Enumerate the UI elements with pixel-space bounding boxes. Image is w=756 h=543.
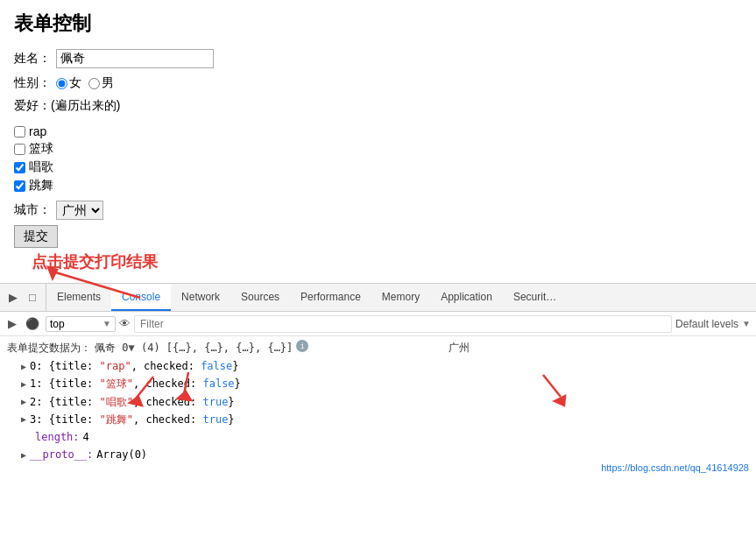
gender-female-text: 女 — [69, 75, 81, 91]
box-icon[interactable]: □ — [25, 290, 40, 306]
hobby-basketball-checkbox[interactable] — [14, 144, 25, 155]
gender-male-radio[interactable] — [88, 78, 100, 89]
filter-input[interactable] — [134, 315, 672, 333]
gender-group: 女 男 — [56, 75, 114, 91]
city-row: 城市： 广州 — [14, 201, 742, 220]
expand-1-icon[interactable]: ▶ — [21, 377, 26, 391]
hobby-header-row: 爱好：(遍历出来的) — [14, 98, 742, 117]
console-index: 0 — [122, 340, 128, 356]
name-input[interactable] — [56, 49, 214, 68]
array-item-2-text: 2: {title: "唱歌", checked: true} — [30, 394, 235, 411]
array-item-3: ▶ 3: {title: "跳舞", checked: true} — [21, 412, 749, 428]
console-city: 广州 — [449, 340, 470, 356]
default-levels-label: Default levels — [675, 318, 738, 330]
devtools-icons: ▶ □ — [0, 284, 46, 311]
tab-memory[interactable]: Memory — [371, 284, 430, 311]
proto-icon[interactable]: ▶ — [21, 448, 26, 462]
array-proto: ▶ __proto__: Array(0) — [21, 447, 749, 463]
hobby-basketball: 篮球 — [14, 141, 742, 157]
array-item-1: ▶ 1: {title: "篮球", checked: false} — [21, 376, 749, 392]
hobby-rap: rap — [14, 124, 742, 138]
array-item-3-text: 3: {title: "跳舞", checked: true} — [30, 412, 235, 428]
devtools-panel: ▶ □ Elements Console Network Sources Per… — [0, 283, 756, 476]
context-label: top — [50, 318, 65, 330]
proto-label: __proto__: — [30, 447, 93, 463]
eye-button[interactable]: 👁 — [119, 317, 131, 330]
hobby-rap-text: rap — [29, 124, 46, 138]
hobby-basketball-text: 篮球 — [29, 141, 53, 157]
tab-elements[interactable]: Elements — [46, 284, 111, 311]
cursor-icon[interactable]: ▶ — [5, 290, 21, 306]
tab-performance[interactable]: Performance — [290, 284, 371, 311]
city-label: 城市： — [14, 202, 51, 218]
gender-male-text: 男 — [102, 75, 114, 91]
submit-button[interactable]: 提交 — [14, 225, 58, 248]
gender-label: 性别： — [14, 75, 51, 91]
gender-row: 性别： 女 男 — [14, 75, 742, 91]
hobby-dancing-checkbox[interactable] — [14, 180, 25, 192]
length-label: length: — [35, 429, 80, 446]
console-main-line: 表单提交数据为： 佩奇 0 ▼ (4) [{…}, {…}, {…}, {…}]… — [7, 340, 749, 356]
console-dropdown[interactable]: ▼ — [128, 340, 134, 356]
console-name: 佩奇 — [95, 340, 122, 356]
tab-sources[interactable]: Sources — [230, 284, 290, 311]
gender-female-radio[interactable] — [56, 78, 67, 89]
context-selector[interactable]: top ▼ — [46, 316, 116, 332]
tab-security[interactable]: Securit… — [503, 284, 567, 311]
gender-female-label[interactable]: 女 — [56, 75, 81, 91]
array-item-2: ▶ 2: {title: "唱歌", checked: true} — [21, 394, 749, 411]
hobby-singing: 唱歌 — [14, 159, 742, 175]
devtools-tabs: ▶ □ Elements Console Network Sources Per… — [0, 284, 756, 312]
proto-value: Array(0) — [96, 447, 147, 463]
context-arrow: ▼ — [102, 319, 111, 328]
levels-arrow: ▼ — [742, 319, 751, 328]
page-title: 表单控制 — [14, 11, 742, 37]
arrow-text: 点击提交打印结果 — [32, 251, 742, 272]
info-icon[interactable]: i — [296, 340, 308, 352]
tab-network[interactable]: Network — [171, 284, 230, 311]
gender-male-label[interactable]: 男 — [88, 75, 114, 91]
block-button[interactable]: ⚫ — [23, 316, 42, 331]
hobby-singing-text: 唱歌 — [29, 159, 53, 175]
expand-0-icon[interactable]: ▶ — [21, 360, 26, 374]
tab-console[interactable]: Console — [111, 284, 171, 311]
name-row: 姓名： — [14, 49, 742, 68]
hobby-dancing-text: 跳舞 — [29, 178, 53, 194]
array-item-0: ▶ 0: {title: "rap", checked: false} — [21, 358, 749, 375]
console-toolbar: ▶ ⚫ top ▼ 👁 Default levels ▼ — [0, 312, 756, 336]
hobby-dancing: 跳舞 — [14, 178, 742, 194]
console-prefix: 表单提交数据为： — [7, 340, 91, 356]
page-content: 表单控制 姓名： 性别： 女 男 爱好：(遍历出来的) rap 篮球 唱歌 — [0, 0, 756, 283]
name-label: 姓名： — [14, 51, 51, 67]
city-select[interactable]: 广州 — [56, 201, 103, 220]
array-item-1-text: 1: {title: "篮球", checked: false} — [30, 376, 241, 392]
hobby-rap-checkbox[interactable] — [14, 126, 25, 138]
tab-application[interactable]: Application — [430, 284, 503, 311]
array-length: length: 4 — [21, 429, 749, 446]
array-item-0-text: 0: {title: "rap", checked: false} — [30, 358, 238, 375]
hobby-label: 爱好：(遍历出来的) — [14, 98, 120, 114]
console-output: 表单提交数据为： 佩奇 0 ▼ (4) [{…}, {…}, {…}, {…}]… — [0, 336, 756, 476]
expand-3-icon[interactable]: ▶ — [21, 413, 26, 427]
console-array-preview: (4) [{…}, {…}, {…}, {…}] — [135, 340, 293, 356]
hobby-singing-checkbox[interactable] — [14, 162, 25, 173]
clear-console-button[interactable]: ▶ — [5, 316, 19, 331]
expand-2-icon[interactable]: ▶ — [21, 395, 26, 409]
length-value: 4 — [83, 429, 89, 446]
